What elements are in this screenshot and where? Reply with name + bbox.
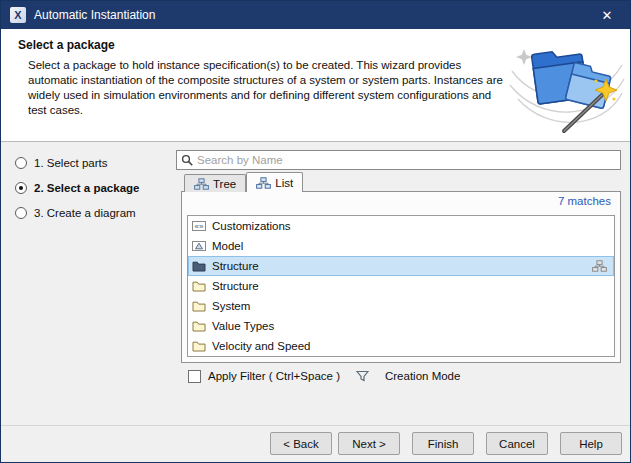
- apply-filter-checkbox[interactable]: [188, 370, 201, 383]
- button-separator: [1, 425, 630, 426]
- close-icon: ✕: [602, 8, 613, 23]
- back-button[interactable]: < Back: [270, 432, 332, 455]
- list-item[interactable]: Velocity and Speed: [188, 336, 614, 356]
- matches-count: 7 matches: [558, 195, 611, 207]
- package-list[interactable]: «» Customizations Model Structure: [187, 215, 615, 357]
- tab-label: Tree: [213, 178, 236, 190]
- step-label: 3. Create a diagram: [34, 207, 136, 219]
- item-label: Customizations: [212, 220, 291, 232]
- step-label: 2. Select a package: [34, 182, 139, 194]
- list-item[interactable]: Model: [188, 236, 614, 256]
- step-create-diagram[interactable]: 3. Create a diagram: [15, 200, 139, 225]
- app-logo-icon: X: [10, 7, 26, 23]
- radio-icon: [15, 207, 27, 219]
- package-icon: [192, 280, 206, 292]
- svg-text:«»: «»: [195, 222, 204, 231]
- package-icon: [192, 340, 206, 352]
- step-select-parts[interactable]: 1. Select parts: [15, 150, 139, 175]
- radio-icon: [15, 157, 27, 169]
- search-field: [176, 150, 621, 170]
- list-item-selected[interactable]: Structure: [188, 256, 614, 276]
- next-button[interactable]: Next >: [338, 432, 400, 455]
- model-icon: [192, 240, 206, 252]
- list-item[interactable]: Structure: [188, 276, 614, 296]
- view-tabs: Tree List: [184, 172, 303, 192]
- creation-mode-label: Creation Mode: [385, 370, 460, 382]
- package-icon: [192, 300, 206, 312]
- wizard-header: Select a package Select a package to hol…: [1, 29, 630, 142]
- tab-list[interactable]: List: [246, 172, 303, 192]
- radio-selected-icon: [15, 182, 27, 194]
- filter-funnel-icon[interactable]: [356, 370, 369, 382]
- list-item[interactable]: Value Types: [188, 316, 614, 336]
- help-button[interactable]: Help: [560, 432, 622, 455]
- page-description: Select a package to hold instance specif…: [28, 58, 506, 118]
- page-title: Select a package: [18, 38, 115, 52]
- apply-filter-label: Apply Filter ( Ctrl+Space ): [208, 370, 340, 382]
- automatic-instantiation-dialog: X Automatic Instantiation ✕ Select a pac…: [0, 0, 631, 463]
- customization-icon: «»: [192, 220, 206, 232]
- wizard-folders-illustration: [508, 31, 626, 137]
- wizard-steps: 1. Select parts 2. Select a package 3. C…: [15, 150, 139, 225]
- step-select-package[interactable]: 2. Select a package: [15, 175, 139, 200]
- list-item[interactable]: System: [188, 296, 614, 316]
- structure-diagram-icon: [592, 260, 607, 272]
- window-title: Automatic Instantiation: [34, 8, 155, 22]
- item-label: Structure: [212, 260, 259, 272]
- item-label: Model: [212, 240, 243, 252]
- tab-label: List: [275, 177, 293, 189]
- list-item[interactable]: «» Customizations: [188, 216, 614, 236]
- filter-row: Apply Filter ( Ctrl+Space ) Creation Mod…: [188, 368, 460, 384]
- item-label: Value Types: [212, 320, 274, 332]
- step-label: 1. Select parts: [34, 157, 108, 169]
- item-label: System: [212, 300, 250, 312]
- package-icon: [192, 320, 206, 332]
- finish-button[interactable]: Finish: [412, 432, 474, 455]
- cancel-button[interactable]: Cancel: [486, 432, 548, 455]
- item-label: Velocity and Speed: [212, 340, 310, 352]
- tab-tree[interactable]: Tree: [184, 174, 246, 192]
- search-icon: [181, 154, 194, 167]
- search-input[interactable]: [197, 152, 620, 168]
- title-bar[interactable]: X Automatic Instantiation ✕: [1, 1, 630, 29]
- package-icon: [192, 260, 206, 272]
- list-view-icon: [256, 177, 271, 189]
- item-label: Structure: [212, 280, 259, 292]
- tree-view-icon: [194, 178, 209, 190]
- close-button[interactable]: ✕: [584, 1, 630, 29]
